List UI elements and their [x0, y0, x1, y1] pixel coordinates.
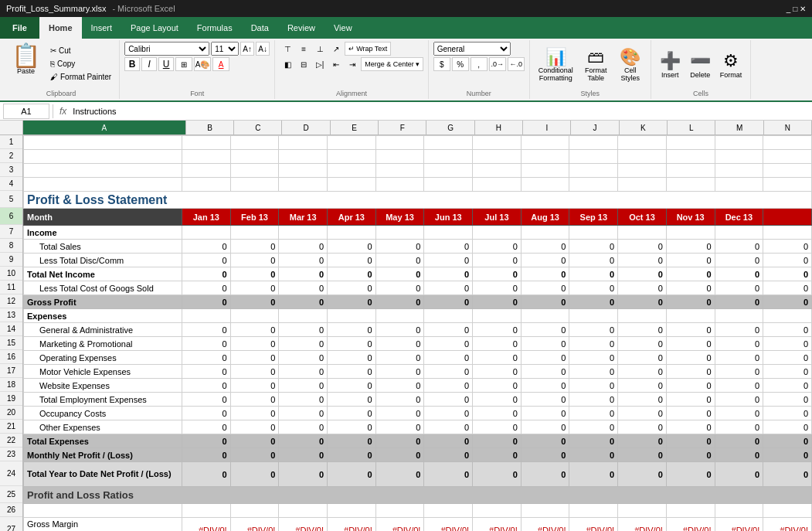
- row-num-24[interactable]: 24: [0, 461, 22, 486]
- align-top-button[interactable]: ⊤: [280, 42, 295, 56]
- paste-button[interactable]: 📋 Paste: [8, 42, 44, 77]
- conditional-formatting-button[interactable]: 📊 ConditionalFormatting: [535, 45, 577, 85]
- row-num-19[interactable]: 19: [0, 392, 22, 406]
- col-header-J[interactable]: J: [571, 121, 619, 134]
- format-button[interactable]: ⚙ Format: [716, 49, 746, 81]
- row-num-26[interactable]: 26: [0, 503, 22, 517]
- row-num-11[interactable]: 11: [0, 281, 22, 294]
- align-bottom-button[interactable]: ⊥: [312, 42, 328, 56]
- copy-label: Copy: [57, 60, 75, 68]
- tab-home[interactable]: Home: [39, 17, 82, 39]
- format-painter-button[interactable]: 🖌 Format Painter: [47, 71, 114, 83]
- decrease-indent-button[interactable]: ⇤: [328, 57, 344, 71]
- row-num-23[interactable]: 23: [0, 448, 22, 461]
- decrease-font-button[interactable]: A↓: [256, 42, 270, 56]
- row-num-16[interactable]: 16: [0, 350, 22, 364]
- col-header-M[interactable]: M: [715, 121, 763, 134]
- tab-page-layout[interactable]: Page Layout: [121, 17, 188, 39]
- increase-font-button[interactable]: A↑: [240, 42, 254, 56]
- row-num-5[interactable]: 5: [0, 191, 22, 208]
- font-color-button[interactable]: A: [212, 57, 229, 71]
- tab-review[interactable]: Review: [278, 17, 324, 39]
- number-format-select[interactable]: General: [433, 42, 511, 56]
- row-num-20[interactable]: 20: [0, 406, 22, 420]
- table-row: [24, 164, 812, 178]
- font-size-select[interactable]: 11: [211, 42, 239, 56]
- col-header-N[interactable]: N: [764, 121, 812, 134]
- row-num-12[interactable]: 12: [0, 294, 22, 308]
- row-num-15[interactable]: 15: [0, 336, 22, 350]
- clipboard-group-label: Clipboard: [3, 90, 119, 97]
- increase-decimal-button[interactable]: .0→: [489, 57, 506, 71]
- table-row: Gross Margin(Gross Profit / Net Income) …: [24, 518, 812, 532]
- col-header-I[interactable]: I: [523, 121, 571, 134]
- percent-button[interactable]: %: [452, 57, 469, 71]
- row-num-22[interactable]: 22: [0, 434, 22, 448]
- copy-button[interactable]: ⎘ Copy: [47, 58, 114, 70]
- cell-reference-input[interactable]: [3, 104, 49, 119]
- format-icon: ⚙: [723, 51, 739, 71]
- bold-button[interactable]: B: [124, 57, 140, 71]
- currency-button[interactable]: $: [433, 57, 450, 71]
- delete-label: Delete: [690, 71, 710, 79]
- formula-input[interactable]: [73, 104, 809, 119]
- row-num-2[interactable]: 2: [0, 149, 22, 163]
- wrap-text-button[interactable]: ↵ Wrap Text: [345, 42, 391, 56]
- row-num-9[interactable]: 9: [0, 253, 22, 267]
- increase-indent-button[interactable]: ⇥: [345, 57, 360, 71]
- row-num-13[interactable]: 13: [0, 308, 22, 322]
- fill-color-button[interactable]: A🎨: [194, 57, 211, 71]
- cell-styles-button[interactable]: 🎨 CellStyles: [615, 45, 646, 85]
- row-num-1[interactable]: 1: [0, 135, 22, 149]
- align-center-button[interactable]: ⊟: [296, 57, 311, 71]
- comma-button[interactable]: ,: [471, 57, 488, 71]
- font-name-select[interactable]: Calibri: [124, 42, 209, 56]
- tab-data[interactable]: Data: [242, 17, 278, 39]
- row-num-7[interactable]: 7: [0, 225, 22, 239]
- format-painter-icon: 🖌: [50, 73, 58, 81]
- align-middle-button[interactable]: ≡: [296, 42, 311, 56]
- row-num-21[interactable]: 21: [0, 420, 22, 434]
- col-header-C[interactable]: C: [234, 121, 282, 134]
- row-num-25[interactable]: 25: [0, 486, 22, 503]
- grid-area: 1 2 3 4 5 6 7 8 9 10 11 12 13 14 15 16 1…: [0, 135, 812, 531]
- row-num-6[interactable]: 6: [0, 208, 22, 225]
- insert-button[interactable]: ➕ Insert: [656, 49, 685, 81]
- col-header-L[interactable]: L: [668, 121, 715, 134]
- row-num-18[interactable]: 18: [0, 378, 22, 392]
- col-header-D[interactable]: D: [282, 121, 330, 134]
- col-header-B[interactable]: B: [186, 121, 234, 134]
- format-table-button[interactable]: 🗃 FormatTable: [579, 45, 613, 85]
- col-header-A[interactable]: A: [23, 121, 186, 134]
- row-num-10[interactable]: 10: [0, 267, 22, 281]
- border-button[interactable]: ⊞: [175, 57, 192, 71]
- delete-button[interactable]: ➖ Delete: [686, 49, 715, 81]
- orientation-button[interactable]: ↗: [328, 42, 344, 56]
- table-row: Profit and Loss Ratios: [24, 487, 812, 504]
- row-num-17[interactable]: 17: [0, 364, 22, 378]
- col-header-K[interactable]: K: [620, 121, 668, 134]
- table-row: Website Expenses 0000000000000: [24, 379, 812, 393]
- col-header-G[interactable]: G: [426, 121, 474, 134]
- tab-view[interactable]: View: [324, 17, 362, 39]
- row-num-14[interactable]: 14: [0, 322, 22, 336]
- tab-formulas[interactable]: Formulas: [188, 17, 242, 39]
- row-num-27[interactable]: 27: [0, 517, 22, 531]
- row-num-3[interactable]: 3: [0, 163, 22, 177]
- tab-insert[interactable]: Insert: [82, 17, 122, 39]
- tab-file[interactable]: File: [0, 17, 39, 39]
- col-header-H[interactable]: H: [475, 121, 523, 134]
- decrease-decimal-button[interactable]: ←.0: [508, 57, 525, 71]
- underline-button[interactable]: U: [158, 57, 174, 71]
- col-header-E[interactable]: E: [331, 121, 379, 134]
- align-right-button[interactable]: ▷|: [312, 57, 328, 71]
- row-num-4[interactable]: 4: [0, 177, 22, 191]
- align-left-button[interactable]: ◧: [280, 57, 295, 71]
- row-num-8[interactable]: 8: [0, 239, 22, 253]
- col-header-F[interactable]: F: [379, 121, 426, 134]
- italic-button[interactable]: I: [141, 57, 157, 71]
- merge-center-button[interactable]: Merge & Center ▾: [361, 57, 423, 71]
- cut-button[interactable]: ✂ Cut: [47, 45, 114, 56]
- clipboard-actions: ✂ Cut ⎘ Copy 🖌 Format Painter: [47, 42, 114, 83]
- table-row: Expenses: [24, 309, 812, 323]
